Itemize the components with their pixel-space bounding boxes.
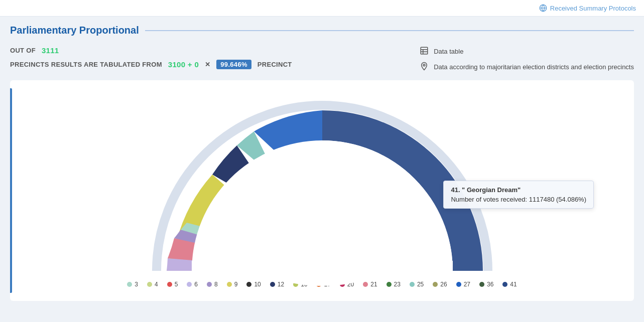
legend-dot-25 <box>410 282 415 287</box>
legend-dot-36 <box>479 282 484 287</box>
legend-item-36: 36 <box>479 281 493 288</box>
legend-dot-8 <box>207 282 212 287</box>
legend-label-12: 12 <box>278 281 284 288</box>
legend-label-4: 4 <box>155 281 158 288</box>
legend-label-9: 9 <box>234 281 238 288</box>
legend-label-3: 3 <box>135 281 138 288</box>
precincts-value: 3100 + 0 <box>168 60 199 69</box>
legend-item-8: 8 <box>207 281 218 288</box>
legend-label-25: 25 <box>417 281 424 288</box>
stats-left: OUT OF 3111 PRECINCTS RESULTS ARE TABULA… <box>10 46 292 69</box>
page-title: Parliamentary Proportional <box>10 25 139 36</box>
legend-label-8: 8 <box>214 281 218 288</box>
legend-item-26: 26 <box>433 281 447 288</box>
percent-badge: 99.646% <box>216 60 251 69</box>
legend-label-23: 23 <box>394 281 401 288</box>
tooltip-votes-value: 1117480 (54.086%) <box>529 196 586 203</box>
multiplier: ✕ <box>205 61 210 68</box>
link-icon <box>539 4 547 12</box>
out-of-label: OUT OF <box>10 47 36 54</box>
legend-dot-27 <box>456 282 461 287</box>
legend-dot-23 <box>387 282 392 287</box>
legend-label-41: 41 <box>510 281 517 288</box>
data-table-item[interactable]: Data table <box>420 46 634 57</box>
svg-point-6 <box>423 64 425 66</box>
legend-label-27: 27 <box>464 281 470 288</box>
legend-item-4: 4 <box>147 281 158 288</box>
legend-label-5: 5 <box>175 281 178 288</box>
legend-dot-21 <box>363 282 368 287</box>
precincts-row: PRECINCTS RESULTS ARE TABULATED FROM 310… <box>10 60 292 69</box>
legend-item-27: 27 <box>456 281 470 288</box>
title-divider <box>145 30 634 31</box>
legend-label-36: 36 <box>487 281 493 288</box>
legend-dot-3 <box>127 282 132 287</box>
svg-rect-2 <box>421 47 428 54</box>
legend-dot-26 <box>433 282 438 287</box>
legend-dot-6 <box>187 282 192 287</box>
location-icon <box>420 62 429 72</box>
legend-item-12: 12 <box>270 281 284 288</box>
chart-area: 41. " Georgian Dream" Number of votes re… <box>20 90 624 276</box>
received-summary-label: Received Summary Protocols <box>550 5 636 12</box>
top-bar: Received Summary Protocols <box>0 0 644 17</box>
legend-label-10: 10 <box>254 281 261 288</box>
legend-dot-10 <box>246 282 251 287</box>
legend-item-25: 25 <box>410 281 424 288</box>
svg-rect-8 <box>192 261 453 276</box>
chart-container: 41. " Georgian Dream" Number of votes re… <box>10 80 634 301</box>
legend-dot-41 <box>502 282 507 287</box>
data-location-item: Data according to majoritarian election … <box>420 62 634 72</box>
semicircle-chart <box>126 100 518 276</box>
legend-label-26: 26 <box>440 281 447 288</box>
precincts-label: PRECINCTS RESULTS ARE TABULATED FROM <box>10 61 162 68</box>
legend-item-23: 23 <box>387 281 401 288</box>
legend-dot-9 <box>227 282 232 287</box>
out-of-row: OUT OF 3111 <box>10 46 292 55</box>
precinct-word: PRECINCT <box>257 61 292 68</box>
legend-item-10: 10 <box>246 281 261 288</box>
legend-label-21: 21 <box>370 281 377 288</box>
stats-right: Data table Data according to majoritaria… <box>420 46 634 72</box>
data-table-label: Data table <box>434 48 463 55</box>
legend-item-6: 6 <box>187 281 198 288</box>
legend-item-3: 3 <box>127 281 138 288</box>
legend-dot-12 <box>270 282 275 287</box>
legend-item-9: 9 <box>227 281 238 288</box>
stats-row: OUT OF 3111 PRECINCTS RESULTS ARE TABULA… <box>10 46 634 72</box>
legend-dot-4 <box>147 282 152 287</box>
received-summary-link[interactable]: Received Summary Protocols <box>539 4 636 12</box>
legend-item-5: 5 <box>167 281 178 288</box>
legend-item-21: 21 <box>363 281 377 288</box>
data-location-label: Data according to majoritarian election … <box>434 63 634 71</box>
out-of-value: 3111 <box>42 46 59 55</box>
page-title-row: Parliamentary Proportional <box>10 25 634 36</box>
legend-item-41: 41 <box>502 281 517 288</box>
legend-dot-5 <box>167 282 172 287</box>
table-icon <box>420 46 429 57</box>
legend-label-6: 6 <box>194 281 198 288</box>
main-content: Parliamentary Proportional OUT OF 3111 P… <box>0 17 644 309</box>
